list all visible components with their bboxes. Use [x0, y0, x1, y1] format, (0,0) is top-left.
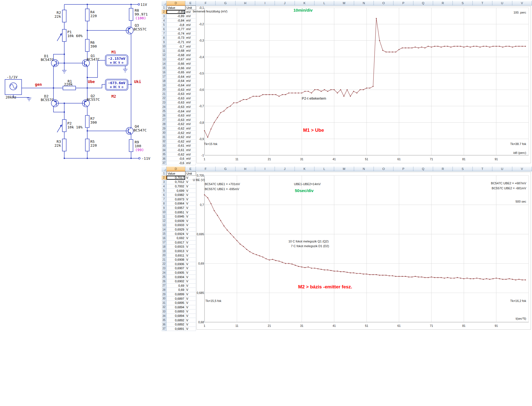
row-header-30[interactable]: 30 [162, 131, 167, 135]
cell-E27[interactable]: V [185, 284, 196, 288]
cell-D21[interactable]: 0,6908 [167, 258, 185, 262]
cell-D24[interactable]: 0,6905 [167, 271, 185, 275]
cell-D32[interactable]: -0,62 [167, 139, 185, 144]
cell-D11[interactable]: 0,6945 [167, 214, 185, 219]
cell-E14[interactable]: V [185, 227, 196, 232]
col-header-U[interactable]: U [492, 167, 512, 171]
cell-D2[interactable]: -0,85 [167, 10, 185, 14]
row-header-11[interactable]: 11 [162, 49, 167, 53]
cell-E18[interactable]: mV [185, 79, 196, 83]
cell-D5[interactable]: 0,699 [167, 188, 185, 193]
cell-E33[interactable]: V [185, 309, 196, 314]
cell-E34[interactable]: mV [185, 148, 196, 152]
cell-D27[interactable]: 0,69 [167, 284, 185, 288]
col-header-J[interactable]: J [275, 167, 295, 171]
cell-D35[interactable]: 0,6892 [167, 318, 185, 322]
cell-E28[interactable]: V [185, 288, 196, 292]
row-header-4[interactable]: 4 [162, 19, 167, 23]
col-header-G[interactable]: G [216, 167, 235, 171]
row-header-33[interactable]: 33 [162, 144, 167, 148]
row-header-34[interactable]: 34 [162, 148, 167, 152]
row-header-26[interactable]: 26 [162, 279, 167, 284]
cell-E1[interactable]: Unit [185, 171, 196, 176]
col-header-U[interactable]: U [492, 1, 512, 6]
row-header-36[interactable]: 36 [162, 157, 167, 161]
cell-E13[interactable]: V [185, 223, 196, 227]
row-header-35[interactable]: 35 [162, 318, 167, 322]
cell-D19[interactable]: -0,64 [167, 83, 185, 88]
cell-D11[interactable]: -0,68 [167, 49, 185, 53]
row-header-24[interactable]: 24 [162, 105, 167, 109]
cell-E17[interactable]: V [185, 241, 196, 245]
row-header-11[interactable]: 11 [162, 214, 167, 219]
cell-D3[interactable]: 0,7012 [167, 180, 185, 184]
row-header-20[interactable]: 20 [162, 87, 167, 92]
cell-E31[interactable]: mV [185, 135, 196, 139]
col-header-D[interactable]: D [167, 167, 185, 171]
cell-E36[interactable]: mV [185, 157, 196, 161]
cell-D15[interactable]: -0,66 [167, 66, 185, 70]
cell-E37[interactable]: mV [185, 161, 196, 165]
cell-E23[interactable]: V [185, 266, 196, 271]
cell-E24[interactable]: V [185, 271, 196, 275]
col-header-V[interactable]: V [512, 1, 532, 6]
col-header-F[interactable]: F [196, 1, 216, 6]
cell-D19[interactable]: 0,6913 [167, 249, 185, 254]
row-header-29[interactable]: 29 [162, 292, 167, 297]
col-header-G[interactable]: G [216, 1, 235, 6]
row-header-33[interactable]: 33 [162, 309, 167, 314]
cell-E1[interactable]: Unit [185, 6, 196, 10]
cell-D27[interactable]: -0,63 [167, 118, 185, 122]
col-header-P[interactable]: P [393, 167, 413, 171]
row-header-8[interactable]: 8 [162, 201, 167, 206]
cell-D9[interactable]: -0,71 [167, 40, 185, 45]
chart-input-voltage[interactable]: bemeneti feszültség (mV) 10min/div 100. … [196, 6, 531, 163]
cell-D30[interactable]: -0,62 [167, 131, 185, 135]
col-header-H[interactable]: H [236, 167, 255, 171]
cell-D12[interactable]: -0,68 [167, 53, 185, 58]
row-header-6[interactable]: 6 [162, 193, 167, 197]
cell-D34[interactable]: -0,61 [167, 148, 185, 152]
cell-E3[interactable]: mV [185, 14, 196, 19]
cell-E18[interactable]: V [185, 245, 196, 249]
cell-D10[interactable]: 0,6951 [167, 210, 185, 214]
cell-D15[interactable]: 0,6924 [167, 232, 185, 236]
cell-D18[interactable]: 0,6915 [167, 245, 185, 249]
cell-E4[interactable]: V [185, 184, 196, 189]
cell-E16[interactable]: mV [185, 70, 196, 75]
cell-E24[interactable]: mV [185, 105, 196, 109]
row-header-12[interactable]: 12 [162, 219, 167, 223]
cell-E26[interactable]: V [185, 279, 196, 284]
row-header-32[interactable]: 32 [162, 305, 167, 310]
cell-D10[interactable]: -0,7 [167, 44, 185, 49]
cell-D1[interactable]: Value [167, 6, 185, 10]
row-header-17[interactable]: 17 [162, 241, 167, 245]
cell-D23[interactable]: -0,63 [167, 100, 185, 105]
row-header-17[interactable]: 17 [162, 75, 167, 79]
row-header-28[interactable]: 28 [162, 288, 167, 292]
col-header-I[interactable]: I [255, 167, 275, 171]
col-header-H[interactable]: H [236, 1, 255, 6]
cell-D21[interactable]: -0,63 [167, 92, 185, 96]
cell-E8[interactable]: mV [185, 36, 196, 40]
cell-E28[interactable]: mV [185, 122, 196, 126]
cell-E16[interactable]: V [185, 236, 196, 241]
col-header-O[interactable]: O [374, 167, 393, 171]
cell-D17[interactable]: -0,64 [167, 75, 185, 79]
cell-E21[interactable]: mV [185, 92, 196, 96]
cell-D33[interactable]: 0,6893 [167, 309, 185, 314]
chart-ube[interactable]: U BE (V) BC547C UBE1 = +701mV BC557C UBE… [196, 172, 531, 330]
cell-E26[interactable]: mV [185, 113, 196, 118]
cell-E9[interactable]: mV [185, 40, 196, 45]
row-header-9[interactable]: 9 [162, 40, 167, 45]
row-header-14[interactable]: 14 [162, 227, 167, 232]
cell-E17[interactable]: mV [185, 75, 196, 79]
cell-E34[interactable]: V [185, 314, 196, 318]
cell-D36[interactable]: -0,6 [167, 157, 185, 161]
row-header-9[interactable]: 9 [162, 206, 167, 210]
row-header-1[interactable]: 1 [162, 6, 167, 10]
cell-E5[interactable]: mV [185, 23, 196, 27]
col-header-E[interactable]: E [185, 167, 196, 171]
cell-E37[interactable]: V [185, 327, 196, 331]
cell-E10[interactable]: mV [185, 44, 196, 49]
